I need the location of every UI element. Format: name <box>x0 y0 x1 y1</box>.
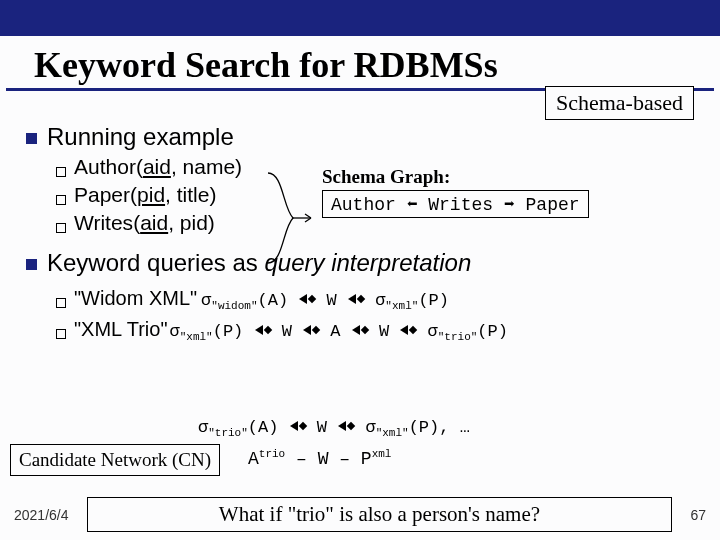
cn-A-sup: trio <box>259 448 285 460</box>
sel-arg: (A) <box>248 418 279 437</box>
sigma-sub: "xml" <box>385 300 418 312</box>
join-icon <box>399 321 417 338</box>
cn-P-sup: xml <box>372 448 392 460</box>
footer: 2021/6/4 What if "trio" is also a person… <box>0 497 720 532</box>
sg-writes: Writes <box>428 195 493 215</box>
schema-graph-relation: Author ⬅ Writes ➡ Paper <box>322 190 589 218</box>
bullet-icon <box>26 133 37 144</box>
query-xml-trio-alt: σ"trio"(A) W σ"xml"(P), … <box>198 418 470 439</box>
bullet-icon <box>56 329 66 339</box>
heading-text-a: Keyword queries as <box>47 249 264 276</box>
schema-based-badge: Schema-based <box>545 86 694 120</box>
rel-key: aid <box>140 211 168 234</box>
join-icon <box>254 321 272 338</box>
sigma-icon: σ <box>169 322 179 341</box>
bullet-keyword-queries: Keyword queries as query interpretation <box>22 249 698 277</box>
sel-arg: (P) <box>477 322 508 341</box>
bullet-icon <box>56 298 66 308</box>
query-label: "XML Trio" <box>74 318 167 341</box>
bullet-icon <box>56 223 66 233</box>
cn-A: A <box>248 449 259 469</box>
sel-arg: (P) <box>409 418 440 437</box>
arrow-left-icon: ⬅ <box>407 195 429 215</box>
rel-key: aid <box>143 155 171 178</box>
join-icon <box>351 321 369 338</box>
sigma-sub: "trio" <box>208 427 248 439</box>
join-icon <box>298 290 316 307</box>
footer-note: What if "trio" is also a person's name? <box>87 497 673 532</box>
etc: , … <box>439 418 470 437</box>
slide-title: Keyword Search for RDBMSs <box>6 36 714 91</box>
join-icon <box>337 417 355 434</box>
cn-W: W <box>318 449 329 469</box>
query-xml-trio: "XML Trio" σ"xml"(P) W A W σ"trio"(P) <box>56 318 698 343</box>
query-widom-xml: "Widom XML" σ"widom"(A) W σ"xml"(P) <box>56 287 698 312</box>
schema-graph-title: Schema Graph: <box>322 166 589 188</box>
rel-key: pid <box>137 183 165 206</box>
sel-arg: (A) <box>258 291 289 310</box>
rel-name: Paper <box>74 183 130 206</box>
cn-P: P <box>361 449 372 469</box>
candidate-network-expr: Atrio – W – Pxml <box>248 448 391 469</box>
query-label: "Widom XML" <box>74 287 197 310</box>
schema-graph-box: Schema Graph: Author ⬅ Writes ➡ Paper <box>322 166 589 218</box>
sigma-sub: "xml" <box>376 427 409 439</box>
cn-dash: – <box>328 449 360 469</box>
footer-date: 2021/6/4 <box>14 507 69 523</box>
sigma-icon: σ <box>198 418 208 437</box>
bullet-icon <box>26 259 37 270</box>
candidate-network-badge: Candidate Network (CN) <box>10 444 220 476</box>
rel-name: Author <box>74 155 136 178</box>
sigma-icon: σ <box>201 291 211 310</box>
join-icon <box>347 290 365 307</box>
rel-A: A <box>330 322 340 341</box>
sigma-icon: σ <box>375 291 385 310</box>
curly-brace-icon <box>263 168 313 268</box>
sel-arg: (P) <box>213 322 244 341</box>
cn-dash: – <box>285 449 317 469</box>
sigma-sub: "trio" <box>438 332 478 344</box>
rel-W: W <box>282 322 292 341</box>
sigma-sub: "widom" <box>211 300 257 312</box>
rel-name: Writes <box>74 211 133 234</box>
arrow-right-icon: ➡ <box>504 195 526 215</box>
rel-rest: , name) <box>171 155 242 178</box>
rel-rest: , pid) <box>168 211 215 234</box>
sg-paper: Paper <box>526 195 580 215</box>
page-number: 67 <box>690 507 706 523</box>
bullet-icon <box>56 195 66 205</box>
sigma-sub: "xml" <box>180 332 213 344</box>
sigma-icon: σ <box>428 322 438 341</box>
title-bar <box>0 0 720 36</box>
rel-rest: , title) <box>165 183 216 206</box>
rel-W: W <box>379 322 389 341</box>
sel-arg: (P) <box>418 291 449 310</box>
sigma-icon: σ <box>365 418 375 437</box>
sg-author: Author <box>331 195 396 215</box>
heading-text: Running example <box>47 123 234 151</box>
rel-W: W <box>327 291 337 310</box>
join-icon <box>302 321 320 338</box>
join-icon <box>289 417 307 434</box>
slide-body: Running example Author(aid, name) Paper(… <box>0 93 720 344</box>
bullet-running-example: Running example <box>22 123 698 151</box>
bullet-icon <box>56 167 66 177</box>
rel-W: W <box>317 418 327 437</box>
